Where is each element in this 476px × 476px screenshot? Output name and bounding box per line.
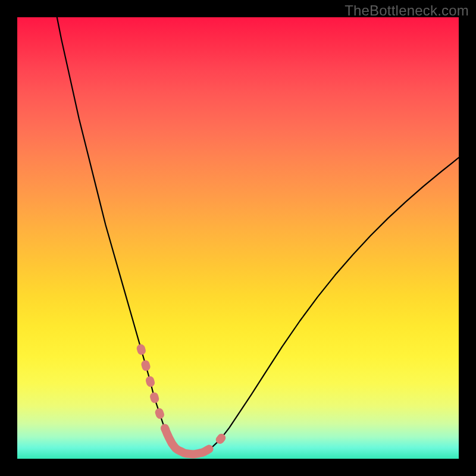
chart-frame: TheBottleneck.com (0, 0, 476, 476)
watermark-text: TheBottleneck.com (345, 2, 469, 19)
bottleneck-curve (52, 17, 459, 455)
highlight-segment-left (141, 349, 165, 429)
curve-layer (17, 17, 459, 459)
plot-area (17, 17, 459, 459)
highlight-segment-bottom (165, 429, 207, 455)
highlight-segment-right (207, 434, 225, 450)
